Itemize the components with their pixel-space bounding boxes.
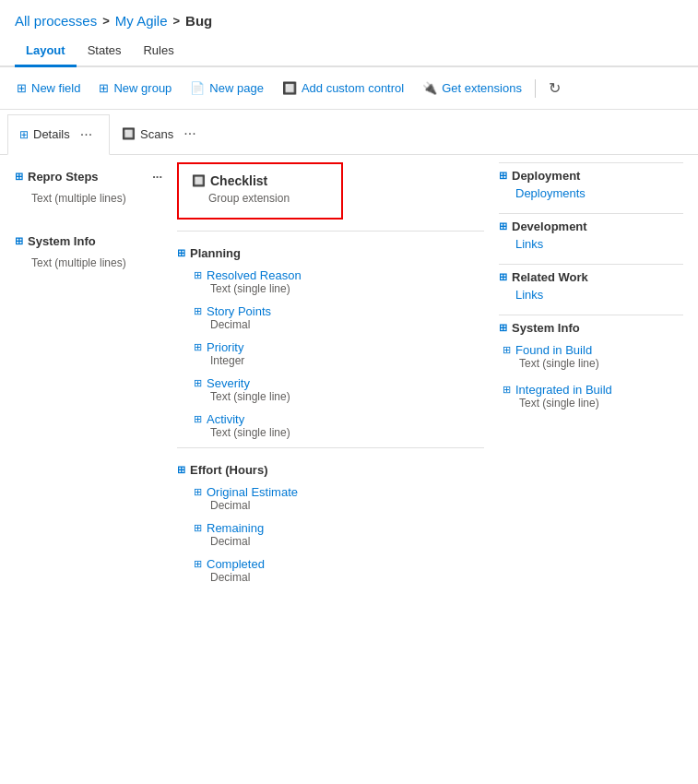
repro-steps-type: Text (multiple lines) — [15, 187, 162, 208]
planning-section: ⊞ Planning ⊞ Resolved Reason Text (singl… — [177, 231, 484, 444]
activity-name[interactable]: Activity — [207, 412, 244, 426]
get-extensions-button[interactable]: 🔌 Get extensions — [413, 77, 531, 100]
page-tab-scans[interactable]: 🔲 Scans ··· — [110, 113, 213, 154]
breadcrumb-all-processes[interactable]: All processes — [15, 13, 97, 29]
details-tab-icon: ⊞ — [19, 128, 29, 141]
repro-steps-title: Repro Steps — [28, 170, 99, 184]
field-priority: ⊞ Priority Integer — [177, 336, 484, 372]
right-related-work: ⊞ Related Work Links — [499, 264, 683, 302]
breadcrumb-sep1: > — [102, 14, 110, 28]
completed-icon: ⊞ — [194, 558, 202, 570]
tab-rules[interactable]: Rules — [132, 36, 184, 67]
repro-steps-more[interactable]: ··· — [152, 170, 162, 184]
found-in-build: ⊞ Found in Build Text (single line) — [499, 339, 683, 374]
new-field-icon: ⊞ — [17, 81, 27, 95]
breadcrumb-my-agile[interactable]: My Agile — [115, 13, 168, 29]
scans-tab-icon: 🔲 — [122, 127, 136, 140]
deployment-header: ⊞ Deployment — [499, 162, 683, 186]
deployment-icon: ⊞ — [499, 170, 507, 182]
get-extensions-label: Get extensions — [442, 81, 522, 95]
left-column: ⊞ Repro Steps ··· Text (multiple lines) … — [15, 162, 162, 588]
right-system-info-title: System Info — [512, 321, 580, 335]
new-page-button[interactable]: 📄 New page — [181, 77, 273, 100]
checklist-icon: 🔲 — [192, 174, 206, 187]
field-story-points: ⊞ Story Points Decimal — [177, 300, 484, 336]
add-custom-label: Add custom control — [302, 81, 404, 95]
field-activity: ⊞ Activity Text (single line) — [177, 408, 484, 444]
completed-name[interactable]: Completed — [207, 557, 265, 571]
story-points-type: Decimal — [194, 318, 484, 331]
original-estimate-name[interactable]: Original Estimate — [207, 485, 298, 499]
breadcrumb-sep2: > — [173, 14, 181, 28]
found-in-build-name[interactable]: Found in Build — [515, 343, 592, 357]
related-work-links[interactable]: Links — [499, 288, 683, 302]
related-work-header: ⊞ Related Work — [499, 264, 683, 288]
tab-states[interactable]: States — [77, 36, 133, 67]
development-links[interactable]: Links — [499, 237, 683, 251]
integrated-in-build-type: Text (single line) — [499, 397, 683, 410]
original-estimate-type: Decimal — [194, 499, 484, 512]
checklist-title-text: Checklist — [210, 173, 267, 188]
new-group-label: New group — [113, 81, 172, 95]
effort-title: Effort (Hours) — [190, 463, 268, 477]
integrated-in-build: ⊞ Integrated in Build Text (single line) — [499, 378, 683, 414]
remaining-name[interactable]: Remaining — [207, 521, 264, 535]
field-original-estimate: ⊞ Original Estimate Decimal — [177, 481, 484, 517]
related-work-links-label: Links — [515, 288, 543, 302]
deployment-title: Deployment — [512, 169, 580, 183]
repro-steps-header: ⊞ Repro Steps ··· — [15, 162, 162, 187]
scans-tab-label: Scans — [140, 127, 173, 141]
field-severity: ⊞ Severity Text (single line) — [177, 372, 484, 408]
scans-tab-more[interactable]: ··· — [178, 122, 201, 146]
original-estimate-icon: ⊞ — [194, 486, 202, 498]
page-tabs-row: ⊞ Details ··· 🔲 Scans ··· — [0, 110, 698, 155]
nav-tabs: Layout States Rules — [0, 36, 698, 67]
breadcrumb: All processes > My Agile > Bug — [0, 0, 698, 36]
deployments-link[interactable]: Deployments — [499, 186, 683, 200]
field-resolved-reason: ⊞ Resolved Reason Text (single line) — [177, 264, 484, 300]
effort-icon: ⊞ — [177, 464, 185, 476]
new-group-button[interactable]: ⊞ New group — [89, 77, 181, 100]
page-tab-details[interactable]: ⊞ Details ··· — [7, 114, 110, 155]
new-field-button[interactable]: ⊞ New field — [7, 77, 89, 100]
story-points-icon: ⊞ — [194, 305, 202, 317]
new-page-label: New page — [209, 81, 264, 95]
integrated-in-build-name[interactable]: Integrated in Build — [515, 383, 612, 397]
get-extensions-icon: 🔌 — [422, 81, 437, 95]
found-in-build-type: Text (single line) — [499, 357, 683, 370]
severity-name[interactable]: Severity — [207, 376, 250, 390]
story-points-name[interactable]: Story Points — [207, 304, 271, 318]
activity-type: Text (single line) — [194, 426, 484, 439]
system-info-type: Text (multiple lines) — [15, 252, 162, 273]
details-tab-more[interactable]: ··· — [75, 123, 98, 147]
checklist-title: 🔲 Checklist — [192, 173, 328, 188]
refresh-button[interactable]: ↻ — [539, 75, 570, 101]
add-custom-control-button[interactable]: 🔲 Add custom control — [273, 77, 413, 100]
tab-layout[interactable]: Layout — [15, 36, 77, 67]
resolved-reason-name[interactable]: Resolved Reason — [207, 268, 302, 282]
related-work-title: Related Work — [512, 270, 588, 284]
details-tab-label: Details — [33, 127, 70, 141]
right-system-info-header: ⊞ System Info — [499, 315, 683, 339]
right-deployment: ⊞ Deployment Deployments — [499, 162, 683, 200]
new-group-icon: ⊞ — [99, 81, 109, 95]
effort-section: ⊞ Effort (Hours) ⊞ Original Estimate Dec… — [177, 447, 484, 588]
development-icon: ⊞ — [499, 220, 507, 232]
development-header: ⊞ Development — [499, 213, 683, 237]
development-links-label: Links — [515, 237, 543, 251]
priority-name[interactable]: Priority — [207, 340, 243, 354]
activity-icon: ⊞ — [194, 413, 202, 425]
deployments-label: Deployments — [515, 186, 586, 200]
planning-title: Planning — [190, 246, 241, 260]
new-page-icon: 📄 — [190, 81, 205, 95]
priority-type: Integer — [194, 354, 484, 367]
checklist-box: 🔲 Checklist Group extension — [177, 162, 343, 220]
related-work-icon: ⊞ — [499, 271, 507, 283]
add-custom-icon: 🔲 — [282, 81, 297, 95]
main-content: ⊞ Repro Steps ··· Text (multiple lines) … — [0, 155, 698, 596]
system-info-header: ⊞ System Info — [15, 227, 162, 252]
development-title: Development — [512, 220, 587, 233]
field-remaining: ⊞ Remaining Decimal — [177, 517, 484, 552]
right-system-info-icon: ⊞ — [499, 322, 507, 334]
middle-column: 🔲 Checklist Group extension ⊞ Planning ⊞… — [177, 162, 484, 588]
